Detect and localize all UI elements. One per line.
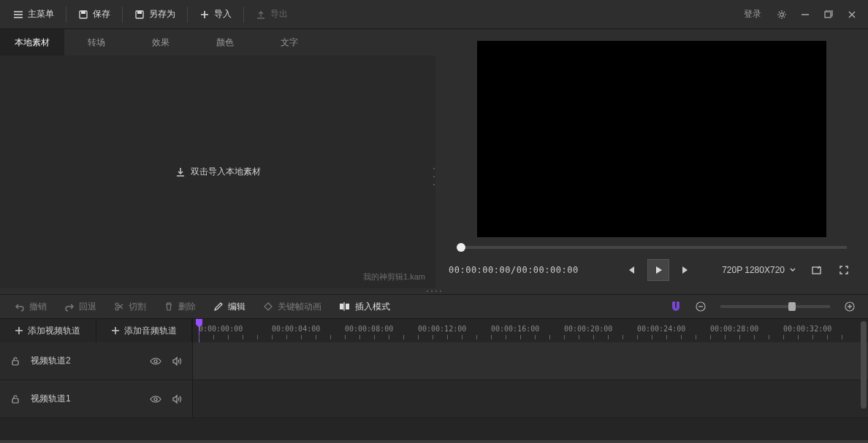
- minimize-button[interactable]: [793, 3, 817, 26]
- track-body[interactable]: [193, 342, 868, 380]
- cut-button[interactable]: 切割: [107, 298, 153, 316]
- speaker-icon[interactable]: [172, 394, 182, 404]
- ruler-mark: [199, 335, 199, 339]
- preview-progress-bar[interactable]: [457, 246, 847, 249]
- vertical-scrollbar[interactable]: [861, 321, 867, 409]
- settings-button[interactable]: [770, 3, 793, 26]
- divider: [122, 7, 123, 23]
- minimize-icon: [801, 10, 810, 19]
- fullscreen-button[interactable]: [833, 259, 855, 281]
- ruler-mark: [257, 335, 258, 339]
- ruler-tick: 00:00:12:00: [418, 325, 466, 333]
- pencil-icon: [213, 301, 224, 312]
- add-video-track-button[interactable]: 添加视频轨道: [0, 319, 96, 342]
- lock-icon[interactable]: [10, 356, 20, 366]
- ruler-tick: 00:00:16:00: [491, 325, 539, 333]
- ruler-mark: [681, 335, 682, 339]
- track-body[interactable]: [193, 380, 868, 417]
- track-head: 视频轨道1: [0, 380, 193, 417]
- ruler-mark: [520, 335, 521, 339]
- vertical-resize-handle[interactable]: [0, 288, 868, 294]
- skip-back-icon: [625, 265, 636, 275]
- plus-circle-icon: [845, 301, 855, 312]
- ruler-mark: [301, 335, 302, 339]
- ruler-mark: [812, 335, 813, 339]
- video-preview[interactable]: [477, 41, 826, 237]
- main-menu-button[interactable]: 主菜单: [4, 4, 63, 25]
- insert-icon: [339, 301, 351, 312]
- eye-icon[interactable]: [150, 394, 161, 404]
- zoom-in-button[interactable]: [839, 296, 861, 317]
- add-video-track-label: 添加视频轨道: [28, 325, 80, 337]
- tab-effect[interactable]: 效果: [129, 29, 193, 55]
- ruler-mark: [272, 335, 273, 339]
- svg-point-4: [780, 12, 784, 16]
- timeline-ruler[interactable]: 0:00:00:0000:00:04:0000:00:08:0000:00:12…: [193, 319, 868, 342]
- close-button[interactable]: [840, 3, 864, 26]
- eye-icon[interactable]: [150, 356, 161, 366]
- play-button[interactable]: [647, 259, 669, 281]
- keyframe-button[interactable]: 关键帧动画: [256, 298, 329, 316]
- resolution-select[interactable]: 720P 1280X720: [719, 265, 799, 275]
- ruler-mark: [476, 335, 477, 339]
- maximize-button[interactable]: [817, 3, 840, 26]
- zoom-slider[interactable]: [720, 305, 830, 308]
- divider: [66, 7, 66, 23]
- ruler-mark: [549, 335, 550, 339]
- export-button[interactable]: 导出: [247, 4, 297, 25]
- ruler-mark: [710, 335, 711, 339]
- save-button[interactable]: 保存: [69, 4, 119, 25]
- snapshot-button[interactable]: [805, 259, 827, 281]
- add-audio-track-button[interactable]: 添加音频轨道: [96, 319, 193, 342]
- ruler-mark: [462, 335, 462, 339]
- panel-resize-handle[interactable]: [433, 168, 438, 185]
- speaker-icon[interactable]: [172, 356, 182, 366]
- zoom-out-button[interactable]: [690, 296, 712, 317]
- tab-local-media[interactable]: 本地素材: [0, 29, 64, 55]
- ruler-mark: [213, 335, 214, 339]
- svg-rect-1: [81, 11, 85, 14]
- track-name: 视频轨道2: [31, 355, 140, 367]
- ruler-mark: [623, 335, 623, 339]
- ruler-mark: [739, 335, 740, 339]
- edit-button[interactable]: 编辑: [206, 298, 253, 316]
- next-frame-button[interactable]: [675, 259, 697, 281]
- save-icon: [78, 9, 88, 20]
- tab-color[interactable]: 颜色: [193, 29, 257, 55]
- svg-rect-5: [825, 12, 831, 18]
- magnet-button[interactable]: [665, 296, 687, 317]
- lock-icon[interactable]: [10, 394, 20, 404]
- redo-button[interactable]: 回退: [57, 298, 104, 316]
- menu-icon: [13, 9, 23, 20]
- tab-text[interactable]: 文字: [257, 29, 321, 55]
- svg-rect-6: [812, 267, 821, 274]
- timeline-header: 添加视频轨道 添加音频轨道 0:00:00:0000:00:04:0000:00…: [0, 319, 868, 342]
- login-button[interactable]: 登录: [735, 4, 770, 25]
- zoom-thumb[interactable]: [788, 302, 796, 311]
- ruler-mark: [725, 335, 726, 339]
- tab-label: 效果: [152, 36, 170, 49]
- ruler-mark: [696, 335, 696, 339]
- ruler-mark: [359, 335, 360, 339]
- ruler-mark: [798, 335, 799, 339]
- save-as-icon: [134, 9, 145, 20]
- save-label: 保存: [93, 8, 110, 20]
- media-drop-zone[interactable]: 双击导入本地素材: [0, 55, 435, 288]
- delete-label: 删除: [178, 301, 196, 313]
- magnet-icon: [670, 301, 682, 312]
- import-button[interactable]: 导入: [191, 4, 240, 25]
- ruler-mark: [374, 335, 375, 339]
- save-as-button[interactable]: 另存为: [126, 4, 184, 25]
- ruler-mark: [345, 335, 346, 339]
- svg-point-8: [115, 307, 118, 310]
- track-header-buttons: 添加视频轨道 添加音频轨道: [0, 319, 193, 342]
- delete-button[interactable]: 删除: [156, 298, 203, 316]
- prev-frame-button[interactable]: [620, 259, 642, 281]
- snapshot-icon: [811, 265, 822, 276]
- undo-button[interactable]: 撤销: [7, 298, 54, 316]
- track-row: 视频轨道2: [0, 342, 868, 380]
- svg-rect-10: [346, 304, 349, 309]
- insert-mode-button[interactable]: 插入模式: [332, 298, 397, 316]
- progress-thumb[interactable]: [457, 243, 465, 252]
- tab-transition[interactable]: 转场: [64, 29, 129, 55]
